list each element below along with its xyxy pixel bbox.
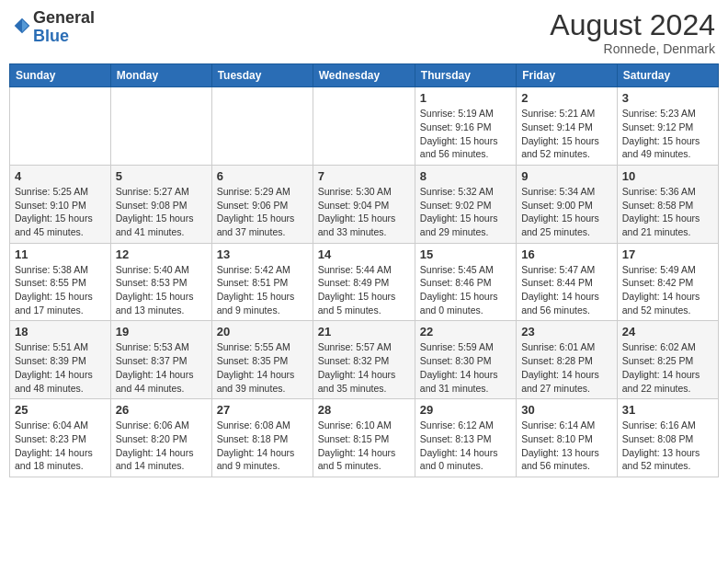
weekday-monday: Monday (110, 64, 211, 87)
day-info: Sunrise: 5:59 AM Sunset: 8:30 PM Dayligh… (420, 340, 511, 395)
day-number: 5 (116, 169, 207, 183)
day-info: Sunrise: 5:19 AM Sunset: 9:16 PM Dayligh… (420, 107, 511, 161)
day-number: 17 (622, 247, 713, 261)
day-number: 14 (318, 247, 410, 261)
day-number: 12 (116, 247, 207, 261)
calendar-cell: 26Sunrise: 6:06 AM Sunset: 8:20 PM Dayli… (110, 399, 211, 477)
day-info: Sunrise: 6:08 AM Sunset: 8:18 PM Dayligh… (217, 419, 308, 473)
calendar-cell: 31Sunrise: 6:16 AM Sunset: 8:08 PM Dayli… (617, 399, 718, 477)
day-number: 25 (15, 403, 106, 417)
calendar-cell: 4Sunrise: 5:25 AM Sunset: 9:10 PM Daylig… (10, 165, 111, 243)
calendar-cell: 23Sunrise: 6:01 AM Sunset: 8:28 PM Dayli… (517, 321, 618, 399)
day-number: 8 (420, 169, 511, 183)
week-row-2: 4Sunrise: 5:25 AM Sunset: 9:10 PM Daylig… (10, 165, 719, 243)
week-row-4: 18Sunrise: 5:51 AM Sunset: 8:39 PM Dayli… (10, 321, 719, 399)
logo-icon (13, 17, 31, 35)
day-number: 20 (217, 325, 308, 339)
day-number: 21 (318, 325, 410, 339)
day-info: Sunrise: 5:51 AM Sunset: 8:39 PM Dayligh… (15, 340, 106, 395)
calendar-body: 1Sunrise: 5:19 AM Sunset: 9:16 PM Daylig… (10, 87, 719, 477)
week-row-3: 11Sunrise: 5:38 AM Sunset: 8:55 PM Dayli… (10, 243, 719, 321)
calendar-cell: 21Sunrise: 5:57 AM Sunset: 8:32 PM Dayli… (313, 321, 415, 399)
day-info: Sunrise: 5:45 AM Sunset: 8:46 PM Dayligh… (420, 263, 511, 317)
day-info: Sunrise: 6:10 AM Sunset: 8:15 PM Dayligh… (318, 419, 410, 473)
calendar-cell: 14Sunrise: 5:44 AM Sunset: 8:49 PM Dayli… (313, 243, 415, 321)
day-info: Sunrise: 5:21 AM Sunset: 9:14 PM Dayligh… (521, 107, 612, 161)
weekday-saturday: Saturday (617, 64, 718, 87)
day-info: Sunrise: 6:04 AM Sunset: 8:23 PM Dayligh… (15, 419, 106, 473)
calendar-cell: 5Sunrise: 5:27 AM Sunset: 9:08 PM Daylig… (110, 165, 211, 243)
day-number: 26 (116, 403, 207, 417)
day-info: Sunrise: 5:49 AM Sunset: 8:42 PM Dayligh… (622, 263, 713, 317)
header: General Blue August 2024 Ronnede, Denmar… (9, 9, 719, 56)
calendar-cell: 1Sunrise: 5:19 AM Sunset: 9:16 PM Daylig… (415, 87, 516, 166)
calendar-cell (10, 87, 111, 166)
calendar-cell (110, 87, 211, 166)
day-info: Sunrise: 5:40 AM Sunset: 8:53 PM Dayligh… (116, 263, 207, 317)
calendar-cell: 24Sunrise: 6:02 AM Sunset: 8:25 PM Dayli… (617, 321, 718, 399)
day-info: Sunrise: 5:34 AM Sunset: 9:00 PM Dayligh… (521, 185, 612, 239)
day-number: 28 (318, 403, 410, 417)
day-info: Sunrise: 5:44 AM Sunset: 8:49 PM Dayligh… (318, 263, 410, 317)
logo-blue-text: Blue (33, 27, 69, 45)
day-number: 19 (116, 325, 207, 339)
day-number: 16 (521, 247, 612, 261)
day-info: Sunrise: 5:29 AM Sunset: 9:06 PM Dayligh… (217, 185, 308, 239)
calendar-cell: 12Sunrise: 5:40 AM Sunset: 8:53 PM Dayli… (110, 243, 211, 321)
calendar-cell: 3Sunrise: 5:23 AM Sunset: 9:12 PM Daylig… (617, 87, 718, 166)
day-number: 30 (521, 403, 612, 417)
calendar-cell: 29Sunrise: 6:12 AM Sunset: 8:13 PM Dayli… (415, 399, 516, 477)
day-number: 2 (521, 91, 612, 105)
day-number: 1 (420, 91, 511, 105)
day-info: Sunrise: 5:38 AM Sunset: 8:55 PM Dayligh… (15, 263, 106, 317)
day-number: 3 (622, 91, 713, 105)
day-info: Sunrise: 6:12 AM Sunset: 8:13 PM Dayligh… (420, 419, 511, 473)
week-row-1: 1Sunrise: 5:19 AM Sunset: 9:16 PM Daylig… (10, 87, 719, 166)
calendar-cell: 27Sunrise: 6:08 AM Sunset: 8:18 PM Dayli… (211, 399, 313, 477)
day-info: Sunrise: 6:01 AM Sunset: 8:28 PM Dayligh… (521, 340, 612, 395)
day-number: 18 (15, 325, 106, 339)
day-info: Sunrise: 5:25 AM Sunset: 9:10 PM Dayligh… (15, 185, 106, 239)
day-info: Sunrise: 5:27 AM Sunset: 9:08 PM Dayligh… (116, 185, 207, 239)
calendar-cell: 15Sunrise: 5:45 AM Sunset: 8:46 PM Dayli… (415, 243, 516, 321)
day-info: Sunrise: 5:30 AM Sunset: 9:04 PM Dayligh… (318, 185, 410, 239)
day-info: Sunrise: 5:42 AM Sunset: 8:51 PM Dayligh… (217, 263, 308, 317)
weekday-header: SundayMondayTuesdayWednesdayThursdayFrid… (10, 64, 719, 87)
day-number: 27 (217, 403, 308, 417)
weekday-friday: Friday (517, 64, 618, 87)
calendar-cell: 6Sunrise: 5:29 AM Sunset: 9:06 PM Daylig… (211, 165, 313, 243)
calendar-cell: 30Sunrise: 6:14 AM Sunset: 8:10 PM Dayli… (517, 399, 618, 477)
calendar-cell: 25Sunrise: 6:04 AM Sunset: 8:23 PM Dayli… (10, 399, 111, 477)
calendar-cell: 8Sunrise: 5:32 AM Sunset: 9:02 PM Daylig… (415, 165, 516, 243)
calendar-cell: 22Sunrise: 5:59 AM Sunset: 8:30 PM Dayli… (415, 321, 516, 399)
calendar-cell (313, 87, 415, 166)
calendar-cell: 19Sunrise: 5:53 AM Sunset: 8:37 PM Dayli… (110, 321, 211, 399)
day-number: 23 (521, 325, 612, 339)
day-number: 29 (420, 403, 511, 417)
week-row-5: 25Sunrise: 6:04 AM Sunset: 8:23 PM Dayli… (10, 399, 719, 477)
logo-general-text: General (33, 8, 95, 27)
day-number: 13 (217, 247, 308, 261)
day-info: Sunrise: 5:57 AM Sunset: 8:32 PM Dayligh… (318, 340, 410, 395)
calendar-table: SundayMondayTuesdayWednesdayThursdayFrid… (9, 63, 719, 477)
calendar-cell (211, 87, 313, 166)
day-number: 6 (217, 169, 308, 183)
location: Ronnede, Denmark (550, 41, 715, 56)
calendar-cell: 18Sunrise: 5:51 AM Sunset: 8:39 PM Dayli… (10, 321, 111, 399)
calendar-cell: 7Sunrise: 5:30 AM Sunset: 9:04 PM Daylig… (313, 165, 415, 243)
day-info: Sunrise: 5:32 AM Sunset: 9:02 PM Dayligh… (420, 185, 511, 239)
day-number: 24 (622, 325, 713, 339)
day-info: Sunrise: 5:55 AM Sunset: 8:35 PM Dayligh… (217, 340, 308, 395)
calendar-cell: 17Sunrise: 5:49 AM Sunset: 8:42 PM Dayli… (617, 243, 718, 321)
calendar-cell: 9Sunrise: 5:34 AM Sunset: 9:00 PM Daylig… (517, 165, 618, 243)
weekday-thursday: Thursday (415, 64, 516, 87)
day-number: 4 (15, 169, 106, 183)
day-number: 31 (622, 403, 713, 417)
day-info: Sunrise: 5:36 AM Sunset: 8:58 PM Dayligh… (622, 185, 713, 239)
weekday-wednesday: Wednesday (313, 64, 415, 87)
logo: General Blue (13, 9, 95, 46)
day-number: 7 (318, 169, 410, 183)
calendar-cell: 20Sunrise: 5:55 AM Sunset: 8:35 PM Dayli… (211, 321, 313, 399)
calendar-cell: 11Sunrise: 5:38 AM Sunset: 8:55 PM Dayli… (10, 243, 111, 321)
calendar-cell: 2Sunrise: 5:21 AM Sunset: 9:14 PM Daylig… (517, 87, 618, 166)
